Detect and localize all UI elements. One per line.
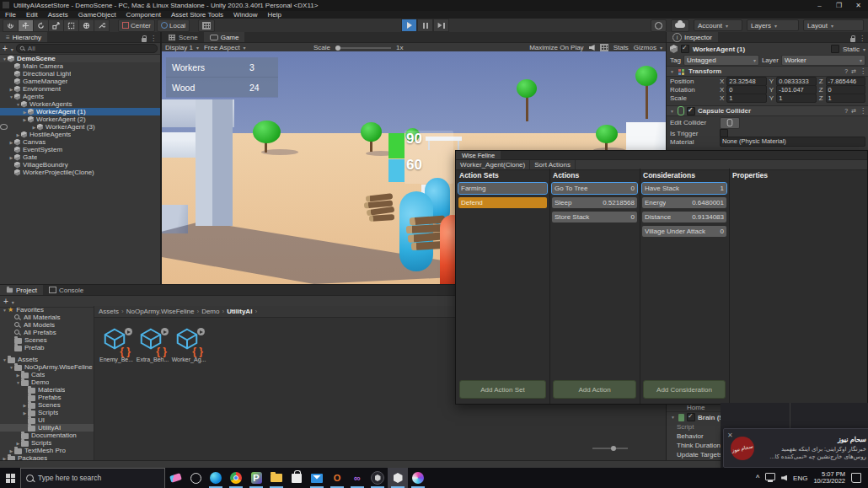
foldout-arrow-icon[interactable]: ▼ [15, 102, 21, 107]
hierarchy-row[interactable]: ▶ WorkerAgent (1) [0, 108, 160, 115]
assets-tree-row[interactable]: ▶ Scenes [0, 401, 94, 409]
hand-tool-icon[interactable] [3, 19, 18, 32]
snap-grid-button[interactable] [198, 19, 215, 32]
assets-tree-row[interactable]: ▼ Assets [0, 356, 94, 363]
foldout-arrow-icon[interactable]: ▶ [15, 132, 21, 137]
add-action-set-button[interactable]: Add Action Set [459, 380, 546, 399]
assets-tree-row[interactable]: ▼ NoOpArmy.WiseFeline [0, 363, 94, 371]
assets-tree-row[interactable]: UI [0, 416, 94, 424]
x-field[interactable]: 0 [726, 85, 766, 94]
step-button[interactable] [433, 19, 449, 32]
consideration-item[interactable]: Distance0.9134083 [642, 212, 726, 223]
asset-item[interactable]: { } Enemy_Be... [99, 326, 133, 362]
menu-item[interactable]: Help [263, 11, 287, 19]
paint-icon[interactable] [408, 468, 428, 488]
gizmos-dropdown[interactable]: Gizmos [634, 44, 662, 51]
start-button[interactable] [0, 468, 20, 488]
kebab-icon[interactable] [860, 67, 866, 75]
menu-item[interactable]: Assets [43, 11, 73, 19]
pshield-icon[interactable]: P [246, 468, 266, 488]
assets-tree-row[interactable]: UtilityAI [0, 424, 94, 432]
z-field[interactable]: -7.865446 [826, 77, 865, 86]
lock-icon[interactable] [142, 38, 147, 42]
news-notification-popup[interactable]: ✕ سحام نیوز سحام نیوز خبرنگار اوکراینی: … [723, 428, 868, 468]
x-field[interactable]: 1 [726, 94, 766, 103]
rotate-tool-icon[interactable] [33, 19, 48, 32]
y-field[interactable]: -101.047 [776, 85, 816, 94]
capsule-collider-header[interactable]: ▼ Capsule Collider [667, 105, 868, 116]
gameobject-name[interactable]: WorkerAgent (1) [693, 46, 828, 53]
scale-slider[interactable] [335, 47, 391, 49]
mute-audio-icon[interactable] [589, 45, 595, 51]
tab-project[interactable]: Project [0, 285, 43, 295]
active-checkbox[interactable] [681, 45, 689, 53]
action-item[interactable]: Go To Tree0 [552, 183, 637, 194]
language-indicator[interactable]: ENG [793, 475, 807, 482]
asset-item[interactable]: { } Extra_Beh... [136, 326, 169, 362]
foldout-arrow-icon[interactable]: ▶ [22, 117, 28, 122]
y-field[interactable]: 1 [776, 94, 816, 103]
preset-icon[interactable] [851, 67, 856, 75]
add-action-button[interactable]: Add Action [553, 380, 636, 399]
menu-item[interactable]: Window [228, 11, 262, 19]
hierarchy-search-input[interactable]: All [16, 44, 158, 53]
hierarchy-row[interactable]: ▶ WorkerAgent (2) [0, 115, 160, 123]
action-set-item[interactable]: Farming [458, 183, 547, 194]
tab-console[interactable]: Console [43, 285, 89, 295]
tab-wise-feline[interactable]: Wise Feline [456, 151, 501, 159]
breadcrumb-item[interactable]: UtilityAI [227, 308, 252, 315]
foldout-arrow-icon[interactable]: ▶ [8, 140, 14, 145]
account-dropdown[interactable]: Account [694, 19, 742, 31]
network-icon[interactable] [765, 473, 775, 480]
consideration-item[interactable]: Village Under Attack0 [642, 226, 726, 237]
favorites-row[interactable]: ▼ Favorites [0, 306, 94, 314]
layout-dropdown[interactable]: Layout [803, 19, 864, 31]
move-tool-icon[interactable] [18, 19, 33, 32]
tab-hierarchy[interactable]: ≡Hierarchy [0, 32, 47, 42]
assets-tree-row[interactable]: Materials [0, 386, 94, 394]
foldout-arrow-icon[interactable]: ▶ [22, 110, 28, 115]
pivot-center-toggle[interactable]: Center [118, 19, 155, 32]
hierarchy-row[interactable]: VillageBoundry [0, 161, 160, 169]
action-center-icon[interactable] [851, 473, 861, 483]
menu-item[interactable]: File [0, 11, 21, 19]
action-item[interactable]: Store Stack0 [552, 212, 637, 223]
minimize-button[interactable]: – [810, 2, 829, 9]
icon-size-slider[interactable] [592, 448, 628, 449]
close-button[interactable]: ✕ [849, 2, 868, 9]
foldout-arrow-icon[interactable]: ▼ [2, 56, 8, 62]
hub-icon[interactable] [367, 468, 388, 488]
foldr-icon[interactable] [266, 468, 287, 488]
preset-icon[interactable] [851, 107, 856, 115]
hierarchy-row[interactable]: EventSystem [0, 146, 160, 153]
clock[interactable]: 5:07 PM 10/23/2022 [813, 471, 845, 485]
hierarchy-row[interactable]: ▶ HostileAgents [0, 131, 160, 138]
hierarchy-row[interactable]: WorkerProjectile(Clone) [0, 169, 160, 176]
add-consideration-button[interactable]: Add Consideration [643, 380, 726, 399]
help-icon[interactable] [844, 67, 848, 75]
stats-toggle[interactable]: Stats [613, 44, 629, 51]
tab-inspector[interactable]: iInspector [667, 32, 718, 42]
assets-tree-row[interactable]: ▶ TextMesh Pro [0, 447, 94, 454]
tag-dropdown[interactable]: Untagged [683, 55, 759, 66]
hierarchy-row[interactable]: ▶ WorkerAgent (3) [0, 123, 160, 131]
handle-local-toggle[interactable]: Local [157, 19, 190, 32]
favorites-row[interactable]: All Models [0, 321, 94, 329]
scale-tool-icon[interactable] [48, 19, 63, 32]
kebab-icon[interactable] [860, 107, 866, 115]
hierarchy-row[interactable]: ▶ Canvas [0, 138, 160, 146]
breadcrumb-item[interactable]: Demo [201, 308, 219, 315]
tab-scene[interactable]: Scene [162, 32, 204, 42]
menu-item[interactable]: GameObject [73, 11, 121, 19]
foldout-arrow-icon[interactable]: ▶ [8, 87, 14, 92]
maximize-on-play-toggle[interactable]: Maximize On Play [529, 44, 583, 51]
chrome-icon[interactable] [226, 468, 246, 488]
mail-icon[interactable] [307, 468, 327, 488]
breadcrumb-item[interactable]: NoOpArmy.WiseFeline [126, 308, 195, 315]
transform-component-header[interactable]: ▼ Transform [667, 66, 868, 77]
menu-item[interactable]: Asset Store Tools [166, 11, 228, 19]
y-field[interactable]: 0.0833333 [776, 77, 816, 86]
pause-button[interactable] [417, 19, 433, 32]
consideration-item[interactable]: Energy0.6480001 [642, 197, 726, 208]
hierarchy-row[interactable]: Main Camera [0, 62, 160, 70]
